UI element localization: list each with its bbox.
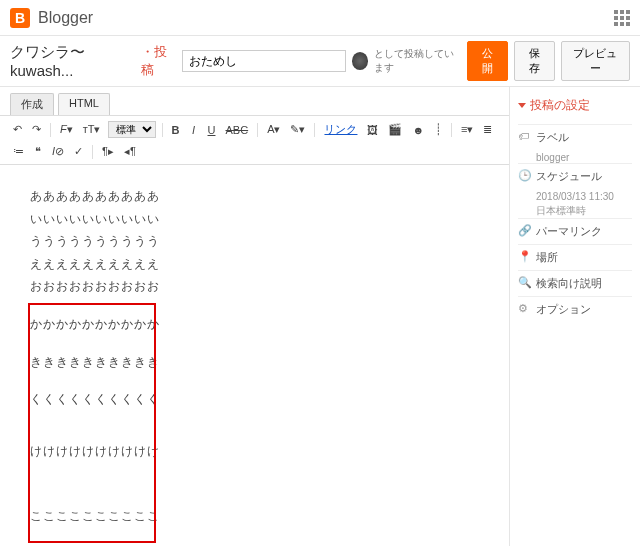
blog-name[interactable]: クワシラ〜kuwash... bbox=[10, 43, 135, 79]
highlight-icon[interactable]: ✎▾ bbox=[287, 121, 308, 138]
bold-icon[interactable]: B bbox=[169, 122, 183, 138]
italic-icon[interactable]: I bbox=[187, 122, 201, 138]
sidebar-item-location[interactable]: 📍 場所 bbox=[518, 244, 632, 270]
text-line: おおおおおおおおおお bbox=[30, 276, 479, 298]
text-line: ああああああああああ bbox=[30, 186, 479, 208]
list-ul-icon[interactable]: ≔ bbox=[10, 143, 27, 160]
text-line: きききききききききき bbox=[30, 352, 479, 374]
schedule-title: スケジュール bbox=[536, 169, 632, 184]
posting-status: として投稿しています bbox=[374, 47, 460, 75]
jump-break-icon[interactable]: ┊ bbox=[431, 121, 445, 138]
font-family-icon[interactable]: F▾ bbox=[57, 121, 76, 138]
editor-toolbar: ↶ ↷ F▾ тT▾ 標準 B I U ABC A▾ ✎▾ リンク 🖼 🎬 ☻ … bbox=[0, 115, 509, 165]
header-left: B Blogger bbox=[10, 8, 93, 28]
spellcheck-icon[interactable]: ✓ bbox=[71, 143, 86, 160]
text-color-icon[interactable]: A▾ bbox=[264, 121, 283, 138]
tag-icon: 🏷 bbox=[518, 130, 530, 142]
gear-icon: ⚙ bbox=[518, 302, 530, 315]
subheader-actions: として投稿しています 公開 保存 プレビュー bbox=[374, 41, 630, 81]
label-value: blogger bbox=[518, 152, 632, 163]
location-icon: 📍 bbox=[518, 250, 530, 263]
save-button[interactable]: 保存 bbox=[514, 41, 555, 81]
permalink-title: パーマリンク bbox=[536, 224, 632, 239]
link-button[interactable]: リンク bbox=[321, 120, 360, 139]
video-icon[interactable]: 🎬 bbox=[385, 121, 405, 138]
remove-format-icon[interactable]: I⊘ bbox=[49, 143, 67, 160]
sidebar-item-options[interactable]: ⚙ オプション bbox=[518, 296, 632, 322]
text-line: けけけけけけけけけけ bbox=[30, 441, 479, 463]
list-ol-icon[interactable]: ≣ bbox=[480, 121, 495, 138]
header-right bbox=[614, 10, 630, 26]
apps-icon[interactable] bbox=[614, 10, 630, 26]
schedule-tz: 日本標準時 bbox=[518, 204, 632, 218]
text-line: くくくくくくくくくく bbox=[30, 389, 479, 411]
rtl-icon[interactable]: ◂¶ bbox=[121, 143, 139, 160]
text-line: ええええええええええ bbox=[30, 254, 479, 276]
avatar[interactable] bbox=[352, 52, 368, 70]
blogger-logo-icon: B bbox=[10, 8, 30, 28]
undo-icon[interactable]: ↶ bbox=[10, 121, 25, 138]
image-icon[interactable]: 🖼 bbox=[364, 122, 381, 138]
settings-sidebar: 投稿の設定 🏷 ラベル blogger 🕒 スケジュール 2018/03/13 … bbox=[510, 87, 640, 546]
text-line: かかかかかかかかかか bbox=[30, 314, 479, 336]
sidebar-item-schedule[interactable]: 🕒 スケジュール bbox=[518, 163, 632, 189]
sidebar-item-permalink[interactable]: 🔗 パーマリンク bbox=[518, 218, 632, 244]
quote-icon[interactable]: ❝ bbox=[31, 143, 45, 160]
preview-button[interactable]: プレビュー bbox=[561, 41, 630, 81]
clock-icon: 🕒 bbox=[518, 169, 530, 182]
sidebar-item-seo[interactable]: 🔍 検索向け説明 bbox=[518, 270, 632, 296]
options-title: オプション bbox=[536, 302, 632, 317]
subheader: クワシラ〜kuwash... ・投稿 として投稿しています 公開 保存 プレビュ… bbox=[0, 36, 640, 87]
tab-html[interactable]: HTML bbox=[58, 93, 110, 115]
font-size-icon[interactable]: тT▾ bbox=[80, 121, 104, 138]
post-section-label: ・投稿 bbox=[141, 43, 176, 79]
underline-icon[interactable]: U bbox=[205, 122, 219, 138]
schedule-date: 2018/03/13 11:30 bbox=[518, 191, 632, 202]
sidebar-header-label: 投稿の設定 bbox=[530, 97, 590, 114]
search-icon: 🔍 bbox=[518, 276, 530, 289]
text-line: いいいいいいいいいい bbox=[30, 209, 479, 231]
publish-button[interactable]: 公開 bbox=[467, 41, 508, 81]
label-title: ラベル bbox=[536, 130, 632, 145]
main-area: 作成 HTML ↶ ↷ F▾ тT▾ 標準 B I U ABC A▾ ✎▾ リン… bbox=[0, 87, 640, 546]
app-header: B Blogger bbox=[0, 0, 640, 36]
sidebar-item-labels[interactable]: 🏷 ラベル bbox=[518, 124, 632, 150]
heading-select[interactable]: 標準 bbox=[108, 121, 156, 138]
align-icon[interactable]: ≡▾ bbox=[458, 121, 476, 138]
post-title-input[interactable] bbox=[182, 50, 346, 72]
location-title: 場所 bbox=[536, 250, 632, 265]
seo-title: 検索向け説明 bbox=[536, 276, 632, 291]
brand-name: Blogger bbox=[38, 9, 93, 27]
ltr-icon[interactable]: ¶▸ bbox=[99, 143, 117, 160]
redo-icon[interactable]: ↷ bbox=[29, 121, 44, 138]
editor-tabs: 作成 HTML bbox=[0, 87, 509, 115]
insert-special-icon[interactable]: ☻ bbox=[409, 122, 427, 138]
tab-compose[interactable]: 作成 bbox=[10, 93, 54, 115]
editor-wrap: ああああああああああ いいいいいいいいいい うううううううううう えええええええ… bbox=[0, 165, 509, 546]
editor-area: 作成 HTML ↶ ↷ F▾ тT▾ 標準 B I U ABC A▾ ✎▾ リン… bbox=[0, 87, 510, 546]
link-icon: 🔗 bbox=[518, 224, 530, 237]
text-line: ここここここここここ bbox=[30, 506, 479, 528]
editor-content[interactable]: ああああああああああ いいいいいいいいいい うううううううううう えええええええ… bbox=[10, 175, 499, 546]
strike-icon[interactable]: ABC bbox=[223, 122, 252, 138]
text-line: うううううううううう bbox=[30, 231, 479, 253]
sidebar-header[interactable]: 投稿の設定 bbox=[518, 97, 632, 114]
triangle-down-icon bbox=[518, 103, 526, 108]
